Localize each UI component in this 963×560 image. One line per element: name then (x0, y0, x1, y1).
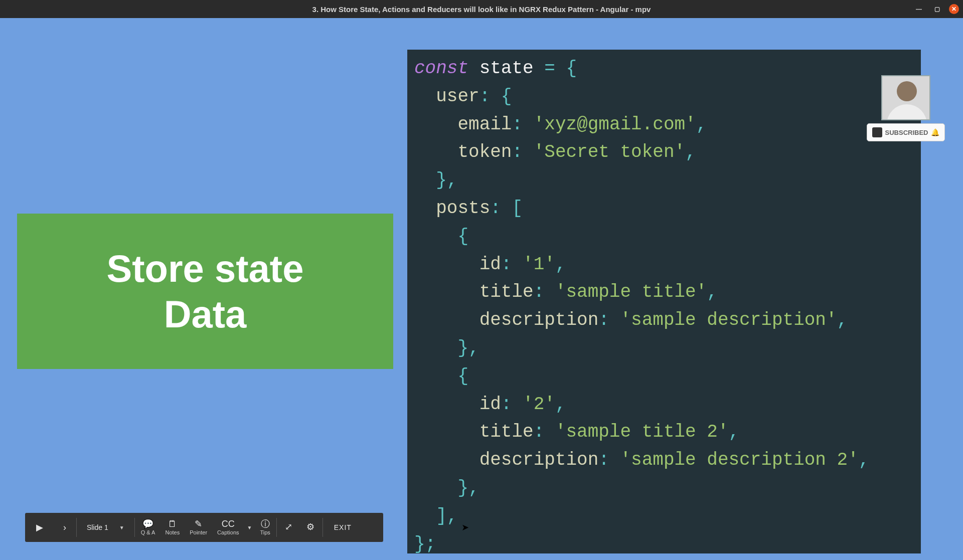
captions-label: Captions (217, 529, 239, 535)
code-eq: = (544, 58, 555, 79)
subscribe-label: SUBSCRIBED (885, 129, 928, 136)
pointer-button[interactable]: ✎ Pointer (185, 513, 212, 542)
pointer-icon: ✎ (195, 519, 202, 528)
code-block: const state = { user: { email: 'xyz@gmai… (407, 50, 921, 553)
slide-title-line1: Store state (107, 246, 304, 291)
settings-button[interactable]: ⚙ (299, 513, 322, 542)
maximize-button[interactable]: ▢ (931, 3, 943, 15)
qa-label: Q & A (141, 529, 155, 535)
slide-title-box: Store state Data (17, 214, 393, 369)
chevron-down-icon: ▼ (119, 525, 124, 530)
qa-icon: 💬 (142, 519, 153, 528)
fullscreen-exit-button[interactable]: ⤢ (278, 513, 299, 542)
code-desc-key2: description (479, 450, 599, 470)
code-id-key2: id (479, 394, 501, 415)
code-title1-val: 'sample title' (555, 282, 707, 302)
slide-selector-label: Slide 1 (87, 523, 108, 531)
subscribe-button[interactable]: SUBSCRIBED 🔔 (867, 123, 945, 141)
code-varname: state (479, 58, 534, 79)
code-token-val: 'Secret token' (534, 142, 685, 162)
fullscreen-exit-icon: ⤢ (285, 522, 292, 531)
channel-avatar (881, 75, 930, 120)
notes-icon: 🗒 (168, 519, 177, 528)
notes-label: Notes (165, 529, 180, 535)
code-token-key: token (457, 142, 512, 162)
code-id-key: id (479, 254, 501, 275)
presentation-toolbar: ▶ › Slide 1 ▼ 💬 Q & A 🗒 Notes ✎ Pointer … (25, 513, 383, 542)
slide-selector[interactable]: Slide 1 ▼ (78, 513, 133, 542)
slide-title-line2: Data (164, 291, 247, 337)
video-content: Store state Data const state = { user: {… (0, 18, 963, 560)
notes-button[interactable]: 🗒 Notes (160, 513, 185, 542)
code-title-key: title (479, 282, 534, 302)
pointer-label: Pointer (190, 529, 207, 535)
code-title-key2: title (479, 422, 534, 442)
code-keyword: const (414, 58, 468, 79)
qa-button[interactable]: 💬 Q & A (136, 513, 160, 542)
code-desc2-val: 'sample description 2' (620, 450, 858, 470)
captions-button[interactable]: CC Captions (212, 513, 244, 542)
captions-icon: CC (222, 519, 235, 528)
play-button[interactable]: ▶ (25, 522, 54, 533)
close-button[interactable]: ✕ (949, 4, 959, 14)
code-posts-key: posts (436, 198, 490, 219)
gear-icon: ⚙ (306, 522, 314, 531)
code-id1-val: '1' (523, 254, 555, 275)
code-email-val: 'xyz@gmail.com' (534, 114, 696, 135)
minimize-button[interactable]: — (913, 3, 925, 15)
code-title2-val: 'sample title 2' (555, 422, 729, 442)
bell-icon: 🔔 (931, 128, 939, 136)
next-button[interactable]: › (54, 522, 75, 533)
tips-button[interactable]: ⓘ Tips (255, 513, 275, 542)
titlebar: 3. How Store State, Actions and Reducers… (0, 0, 963, 18)
code-desc1-val: 'sample description' (620, 310, 837, 330)
exit-button[interactable]: EXIT (324, 523, 362, 531)
tips-label: Tips (260, 529, 270, 535)
subscribe-overlay: SUBSCRIBED 🔔 (867, 75, 945, 141)
window-controls: — ▢ ✕ (913, 0, 959, 18)
exit-label: EXIT (334, 523, 352, 531)
tips-icon: ⓘ (261, 519, 270, 528)
code-id2-val: '2' (523, 394, 555, 415)
channel-mini-icon (872, 127, 882, 137)
code-user-key: user (436, 86, 479, 107)
captions-dropdown-icon[interactable]: ▼ (244, 525, 255, 530)
code-email-key: email (457, 114, 512, 135)
code-desc-key: description (479, 310, 599, 330)
window-title: 3. How Store State, Actions and Reducers… (312, 5, 651, 14)
